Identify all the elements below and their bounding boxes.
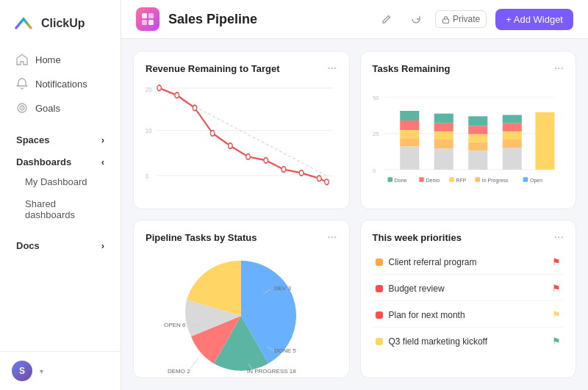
priorities-header: This week priorities ··· — [373, 231, 564, 244]
svg-rect-49 — [502, 140, 521, 148]
priority-item-1[interactable]: Client referral program ⚑ — [373, 250, 564, 275]
sidebar-footer[interactable]: S ▾ — [0, 351, 121, 390]
svg-rect-35 — [400, 130, 419, 138]
priority-item-3[interactable]: Plan for next month ⚑ — [373, 303, 564, 328]
svg-text:DEV 3: DEV 3 — [274, 285, 292, 292]
sidebar-item-goals-label: Goals — [35, 103, 60, 114]
svg-rect-52 — [502, 115, 521, 123]
svg-rect-7 — [148, 20, 154, 25]
dashboards-chevron-down: ‹ — [101, 156, 104, 167]
page-title: Sales Pipeline — [168, 12, 368, 27]
header-actions: Private + Add Widget — [376, 9, 573, 30]
dashboards-label: Dashboards — [16, 156, 71, 167]
svg-text:20: 20 — [146, 85, 151, 93]
svg-rect-58 — [449, 177, 454, 182]
edit-button[interactable] — [376, 9, 397, 29]
docs-chevron-right: › — [101, 240, 104, 251]
sidebar-item-my-dashboard[interactable]: My Dashboard — [4, 171, 116, 192]
svg-text:Demo: Demo — [426, 178, 440, 183]
svg-rect-44 — [468, 142, 487, 151]
svg-rect-40 — [434, 131, 453, 140]
pipeline-status-header: Pipeline Tasks by Status ··· — [146, 231, 337, 244]
svg-rect-60 — [475, 177, 480, 182]
svg-point-22 — [264, 158, 268, 163]
svg-rect-42 — [434, 114, 453, 123]
tasks-remaining-title: Tasks Remaining — [373, 63, 451, 74]
docs-label: Docs — [16, 240, 40, 251]
sidebar-section-spaces[interactable]: Spaces › — [4, 127, 116, 148]
privacy-label: Private — [453, 14, 480, 24]
priority-list: Client referral program ⚑ Budget review … — [373, 250, 564, 367]
dashboard-icon — [141, 12, 154, 26]
pipeline-status-title: Pipeline Tasks by Status — [146, 232, 257, 243]
sidebar-nav: Home Notifications Goals Spaces › Dashbo… — [0, 44, 121, 351]
svg-rect-46 — [468, 126, 487, 134]
user-menu-chevron: ▾ — [40, 367, 43, 375]
revenue-chart: 20 10 0 — [146, 81, 337, 198]
sidebar-item-goals[interactable]: Goals — [4, 96, 116, 120]
revenue-widget-header: Revenue Remaining to Target ··· — [146, 62, 337, 75]
svg-point-16 — [157, 85, 162, 90]
priority-label-3: Plan for next month — [389, 310, 465, 320]
svg-text:0: 0 — [373, 167, 376, 174]
dashboard-grid: Revenue Remaining to Target ··· 20 10 0 — [121, 39, 588, 390]
logo-text: ClickUp — [41, 17, 85, 30]
svg-point-26 — [325, 179, 329, 184]
privacy-badge[interactable]: Private — [435, 10, 487, 28]
svg-rect-47 — [468, 116, 487, 126]
priorities-menu[interactable]: ··· — [554, 231, 564, 244]
sidebar-item-notifications-label: Notifications — [35, 79, 87, 90]
svg-point-20 — [229, 143, 233, 148]
edit-icon — [381, 14, 392, 24]
revenue-widget-menu[interactable]: ··· — [327, 62, 337, 75]
clickup-logo-icon — [12, 12, 35, 35]
pipeline-status-menu[interactable]: ··· — [327, 231, 337, 244]
priority-dot-3 — [376, 311, 383, 319]
svg-rect-6 — [142, 20, 147, 25]
priority-label-1: Client referral program — [389, 257, 477, 267]
priorities-widget: This week priorities ··· Client referral… — [360, 220, 577, 378]
spaces-label: Spaces — [16, 134, 50, 145]
svg-text:0: 0 — [146, 172, 148, 180]
svg-rect-4 — [142, 13, 147, 18]
svg-text:Open: Open — [529, 178, 542, 184]
pie-chart-svg: DEV 3 DONE 5 IN PROGRESS 18 DEMO 2 OPEN … — [160, 250, 322, 378]
pipeline-status-widget: Pipeline Tasks by Status ··· — [133, 220, 350, 378]
avatar: S — [12, 361, 32, 381]
sidebar-item-notifications[interactable]: Notifications — [4, 72, 116, 95]
svg-point-25 — [318, 176, 322, 181]
sidebar-item-home-label: Home — [35, 54, 61, 65]
sidebar-item-shared-dashboards[interactable]: Shared dashboards — [4, 193, 116, 225]
sidebar-item-home[interactable]: Home — [4, 48, 116, 71]
sidebar-section-dashboards[interactable]: Dashboards ‹ — [4, 149, 116, 170]
svg-point-18 — [193, 105, 197, 110]
main-content: Sales Pipeline Private — [121, 0, 588, 390]
svg-text:25: 25 — [373, 131, 379, 137]
svg-rect-41 — [434, 123, 453, 131]
target-icon — [16, 102, 28, 114]
tasks-remaining-menu[interactable]: ··· — [554, 62, 564, 75]
svg-point-19 — [210, 131, 215, 136]
priority-item-4-left: Q3 field marketing kickoff — [376, 336, 488, 347]
priority-label-4: Q3 field marketing kickoff — [389, 336, 488, 347]
my-dashboard-label: My Dashboard — [25, 176, 87, 187]
svg-point-21 — [246, 154, 251, 159]
priority-item-4[interactable]: Q3 field marketing kickoff ⚑ — [373, 329, 564, 353]
svg-rect-38 — [434, 148, 453, 170]
priority-dot-4 — [376, 338, 383, 345]
svg-rect-8 — [442, 19, 448, 24]
priority-flag-1: ⚑ — [552, 256, 561, 267]
priority-item-2[interactable]: Budget review ⚑ — [373, 276, 564, 301]
svg-point-3 — [21, 107, 23, 109]
svg-text:IN PROGRESS 18: IN PROGRESS 18 — [247, 368, 296, 375]
logo[interactable]: ClickUp — [0, 0, 121, 44]
add-widget-button[interactable]: + Add Widget — [495, 9, 573, 30]
tasks-remaining-header: Tasks Remaining ··· — [373, 62, 564, 75]
tasks-remaining-widget: Tasks Remaining ··· 50 25 0 — [360, 51, 577, 209]
tasks-bar-chart-svg: 50 25 0 — [373, 81, 564, 198]
svg-rect-5 — [148, 13, 154, 18]
svg-line-71 — [190, 358, 198, 369]
refresh-button[interactable] — [406, 9, 426, 29]
sidebar-section-docs[interactable]: Docs › — [4, 233, 116, 254]
svg-rect-43 — [468, 151, 487, 170]
